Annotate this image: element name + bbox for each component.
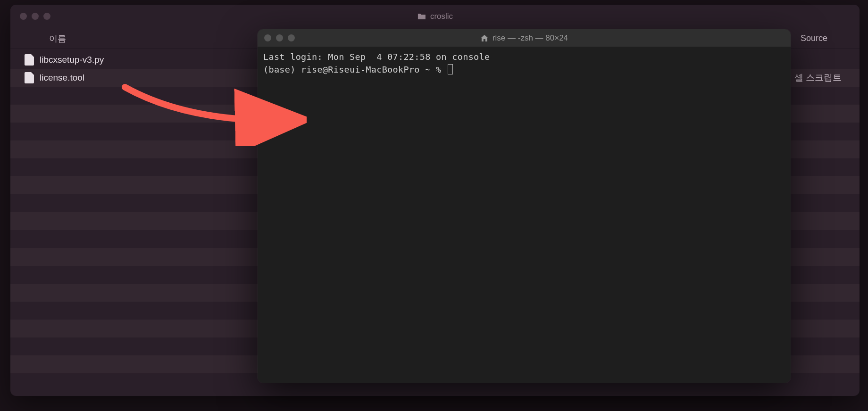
document-icon xyxy=(25,72,34,83)
document-icon xyxy=(25,54,34,66)
file-kind: 셸 스크립트 xyxy=(794,72,845,84)
minimize-button[interactable] xyxy=(276,34,283,41)
column-header-name[interactable]: 이름 xyxy=(25,33,66,44)
terminal-prompt-line: (base) rise@Riseui-MacBookPro ~ % xyxy=(263,64,785,76)
terminal-traffic-lights xyxy=(264,34,295,41)
maximize-button[interactable] xyxy=(288,34,295,41)
terminal-prompt: (base) rise@Riseui-MacBookPro ~ % xyxy=(263,65,447,74)
terminal-cursor xyxy=(448,64,453,74)
folder-icon xyxy=(417,13,426,20)
file-name: license.tool xyxy=(40,73,84,83)
terminal-title: rise — -zsh — 80×24 xyxy=(480,33,568,43)
maximize-button[interactable] xyxy=(43,13,50,20)
terminal-body[interactable]: Last login: Mon Sep 4 07:22:58 on consol… xyxy=(258,47,791,80)
terminal-title-text: rise — -zsh — 80×24 xyxy=(492,33,568,43)
finder-titlebar[interactable]: croslic xyxy=(10,5,860,28)
terminal-titlebar[interactable]: rise — -zsh — 80×24 xyxy=(258,29,791,47)
finder-title: croslic xyxy=(417,12,453,21)
close-button[interactable] xyxy=(20,13,27,20)
finder-traffic-lights xyxy=(20,13,50,20)
column-header-source[interactable]: Source xyxy=(786,33,842,43)
finder-title-text: croslic xyxy=(430,12,453,21)
terminal-output-line: Last login: Mon Sep 4 07:22:58 on consol… xyxy=(263,51,785,64)
file-name: libcxsetup-v3.py xyxy=(40,55,104,65)
minimize-button[interactable] xyxy=(32,13,39,20)
terminal-window: rise — -zsh — 80×24 Last login: Mon Sep … xyxy=(258,29,791,383)
home-icon xyxy=(480,34,489,42)
close-button[interactable] xyxy=(264,34,271,41)
